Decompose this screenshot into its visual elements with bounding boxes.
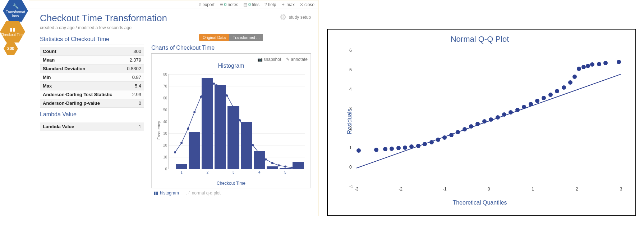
qq-x-label: Theoretical Quantiles: [335, 200, 625, 206]
help-icon: ?: [264, 2, 267, 7]
snapshot-label: snapshot: [264, 57, 281, 62]
main-panel: ⇪ export ≣ 0 notes ▤ 0 files ? help ＋ ma…: [29, 0, 318, 216]
stat-value: 2.93: [122, 90, 144, 99]
qq-point: [590, 62, 594, 67]
tab-checkout-time-label: Checkout Time: [1, 33, 25, 37]
wrench-icon: 🔧: [13, 4, 19, 9]
y-tick: -1: [349, 184, 353, 189]
stat-label: Anderson-Darling p-value: [40, 99, 122, 108]
table-row: Max5.4: [40, 82, 144, 90]
chart-type-qq-label: normal q-q plot: [192, 191, 221, 196]
notes-count: 0: [224, 2, 227, 7]
qq-point: [568, 80, 572, 85]
x-tick: 0: [488, 187, 490, 192]
stat-value: 0.87: [122, 73, 144, 82]
help-label: help: [268, 2, 276, 7]
y-tick: 0: [165, 167, 167, 171]
stat-value: 5.4: [122, 82, 144, 90]
tab-transformations[interactable]: 🔧 Transformat ions: [3, 0, 28, 22]
study-setup-button[interactable]: ⚙ study setup: [280, 13, 311, 22]
tab-checkout-time[interactable]: ▮▮ Checkout Time: [0, 21, 25, 42]
qq-point: [423, 142, 427, 146]
table-row: Mean2.379: [40, 56, 144, 64]
close-icon: ✕: [300, 2, 303, 7]
qq-point: [390, 147, 394, 151]
files-count: 0: [248, 2, 251, 7]
tab-original-data[interactable]: Original Data: [199, 34, 229, 41]
qq-point: [482, 119, 487, 124]
study-setup-label: study setup: [289, 15, 311, 20]
table-row: Count300: [40, 47, 144, 56]
lambda-heading: Lambda Value: [40, 110, 144, 120]
tab-transformed-data[interactable]: Transformed ...: [229, 34, 263, 41]
export-label: export: [203, 2, 215, 7]
x-tick: 2: [207, 170, 209, 174]
table-row: Anderson-Darling p-value0: [40, 99, 144, 108]
x-tick: 3: [233, 170, 235, 174]
folder-icon: ▤: [243, 2, 247, 7]
side-tabs: 🔧 Transformat ions ▮▮ Checkout Time 300: [0, 0, 29, 58]
svg-line-20: [356, 74, 621, 168]
close-button[interactable]: ✕ close: [300, 2, 314, 7]
max-label: max: [286, 2, 295, 7]
y-tick: 50: [163, 108, 167, 112]
qq-panel: Normal Q-Q Plot Residuals Theoretical Qu…: [327, 29, 636, 216]
x-tick: 4: [258, 170, 261, 174]
x-tick: 1: [180, 170, 183, 174]
y-tick: 10: [163, 155, 167, 159]
chart-type-histogram[interactable]: ▮▮ histogram: [153, 191, 179, 196]
stat-label: Mean: [40, 56, 122, 64]
snapshot-button[interactable]: 📷 snapshot: [257, 57, 281, 62]
annotate-label: annotate: [291, 57, 308, 62]
tab-transformations-label: Transformat ions: [3, 10, 28, 18]
y-tick: 20: [163, 143, 167, 147]
files-button[interactable]: ▤ 0 files: [243, 2, 259, 7]
qq-point: [463, 127, 467, 131]
camera-icon: 📷: [257, 57, 263, 62]
count-badge: 300: [4, 42, 18, 55]
chart-title: Histogram: [155, 63, 308, 69]
qq-point: [522, 105, 526, 109]
notes-label: notes: [228, 2, 238, 7]
files-label: files: [252, 2, 259, 7]
x-tick: -1: [443, 187, 447, 192]
qq-point: [356, 148, 361, 153]
annotate-button[interactable]: ✎ annotate: [286, 57, 308, 62]
y-axis-label: Frequency: [157, 121, 161, 140]
qq-point: [542, 96, 546, 100]
qq-point: [496, 115, 500, 120]
lambda-value: 1: [125, 122, 144, 131]
qq-point: [529, 102, 533, 106]
qq-point: [586, 64, 590, 68]
y-tick: 4: [349, 87, 352, 92]
x-tick: 2: [576, 187, 578, 192]
stat-label: Max: [40, 82, 122, 90]
stat-value: 2.379: [122, 56, 144, 64]
y-tick: 2: [349, 126, 352, 131]
qq-title: Normal Q-Q Plot: [335, 35, 625, 44]
stat-value: 300: [122, 47, 144, 56]
gear-icon: ⚙: [280, 13, 287, 22]
qq-point: [509, 110, 513, 115]
lambda-label: Lambda Value: [40, 122, 125, 131]
stats-table: Count300Mean2.379Standard Deviation0.830…: [40, 47, 144, 108]
stat-value: 0.8302: [122, 64, 144, 73]
qq-point: [396, 146, 401, 150]
x-tick: -2: [399, 187, 402, 192]
export-button[interactable]: ⇪ export: [198, 2, 215, 7]
y-tick: 3: [349, 106, 352, 111]
bar-icon: ▮▮: [153, 191, 158, 196]
stats-heading: Statistics of Checkout Time: [40, 35, 144, 45]
chart-type-histogram-label: histogram: [160, 191, 179, 196]
pencil-icon: ✎: [286, 57, 290, 62]
max-button[interactable]: ＋ max: [281, 1, 295, 8]
qq-point: [597, 62, 601, 66]
y-tick: 80: [163, 72, 167, 76]
help-button[interactable]: ? help: [264, 2, 276, 7]
chart-type-qq[interactable]: ⋰ normal q-q plot: [186, 191, 221, 196]
x-tick: 5: [284, 170, 286, 174]
qq-point: [603, 61, 608, 65]
chart-box: 📷 snapshot ✎ annotate Histogram Frequenc…: [151, 54, 311, 188]
notes-button[interactable]: ≣ 0 notes: [220, 2, 238, 7]
qq-point: [617, 60, 621, 64]
